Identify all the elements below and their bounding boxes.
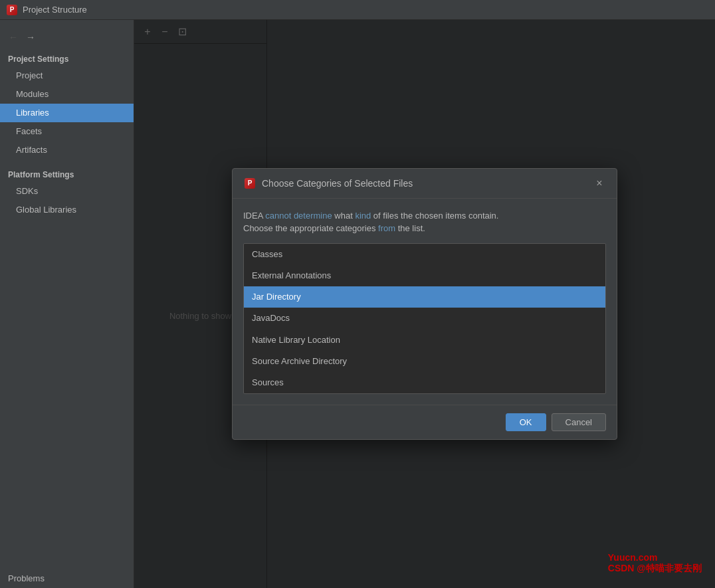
list-item-jar-directory[interactable]: Jar Directory xyxy=(244,286,605,308)
modal-overlay: P Choose Categories of Selected Files × … xyxy=(134,20,715,588)
dialog-icon: P xyxy=(243,177,256,190)
content-area: + − ⊡ Nothing to show Select a library t… xyxy=(134,20,715,588)
sidebar-item-global-libraries[interactable]: Global Libraries xyxy=(0,201,134,219)
list-item-classes[interactable]: Classes xyxy=(244,244,605,265)
sidebar-item-sdks[interactable]: SDKs xyxy=(0,182,134,201)
nav-forward-button[interactable]: → xyxy=(24,31,37,44)
watermark-line2: CSDN @特喵非要去刚 xyxy=(608,563,702,575)
dialog: P Choose Categories of Selected Files × … xyxy=(232,168,617,440)
dialog-message: IDEA cannot determine what kind of files… xyxy=(243,209,606,235)
dialog-header: P Choose Categories of Selected Files × xyxy=(233,169,617,199)
list-item-javadocs[interactable]: JavaDocs xyxy=(244,308,605,329)
cancel-button[interactable]: Cancel xyxy=(552,413,606,431)
project-settings-label: Project Settings xyxy=(0,49,134,66)
dialog-close-button[interactable]: × xyxy=(593,177,606,190)
category-list: Classes External Annotations Jar Directo… xyxy=(243,243,606,394)
sidebar-item-facets[interactable]: Facets xyxy=(0,122,134,141)
ok-button[interactable]: OK xyxy=(506,413,546,431)
nav-toolbar: ← → xyxy=(0,25,134,49)
dialog-footer: OK Cancel xyxy=(233,405,617,439)
sidebar-item-project[interactable]: Project xyxy=(0,66,134,85)
sidebar-item-problems[interactable]: Problems xyxy=(0,569,134,588)
title-bar-text: Project Structure xyxy=(23,5,87,15)
sidebar-item-libraries[interactable]: Libraries xyxy=(0,104,134,122)
app-icon: P xyxy=(7,5,17,15)
list-item-native-library-location[interactable]: Native Library Location xyxy=(244,330,605,351)
title-bar: P Project Structure xyxy=(0,0,715,20)
dialog-plugin-icon: P xyxy=(245,178,255,189)
main-layout: ← → Project Settings Project Modules Lib… xyxy=(0,20,715,588)
list-item-external-annotations[interactable]: External Annotations xyxy=(244,265,605,286)
intellij-icon: P xyxy=(7,5,17,15)
list-item-sources[interactable]: Sources xyxy=(244,372,605,393)
sidebar-item-artifacts[interactable]: Artifacts xyxy=(0,141,134,159)
sidebar: ← → Project Settings Project Modules Lib… xyxy=(0,20,134,588)
nav-back-button[interactable]: ← xyxy=(7,31,20,44)
sidebar-item-modules[interactable]: Modules xyxy=(0,85,134,104)
dialog-body: IDEA cannot determine what kind of files… xyxy=(233,199,617,399)
list-item-source-archive-directory[interactable]: Source Archive Directory xyxy=(244,351,605,372)
watermark: Yuucn.com CSDN @特喵非要去刚 xyxy=(608,552,702,575)
dialog-title: Choose Categories of Selected Files xyxy=(262,178,587,189)
watermark-line1: Yuucn.com xyxy=(608,552,702,563)
platform-settings-label: Platform Settings xyxy=(0,165,134,182)
